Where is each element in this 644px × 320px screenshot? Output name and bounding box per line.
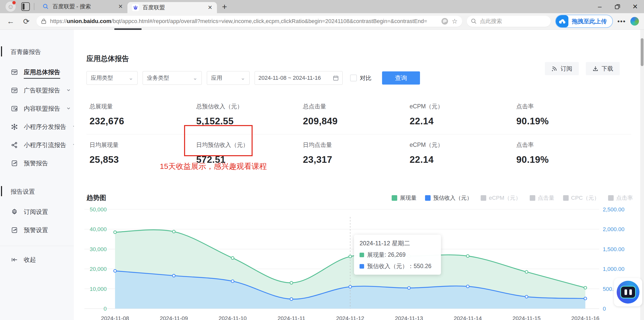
app-select[interactable]: 应用⌄: [207, 71, 250, 85]
browser-logo-icon[interactable]: [441, 18, 448, 25]
refresh-icon[interactable]: ⟳: [21, 17, 32, 26]
new-tab-button[interactable]: +: [222, 2, 227, 12]
trend-chart: 0010,000500.0020,0001,000.0030,0001,500.…: [81, 202, 625, 320]
minimize-button[interactable]: –: [591, 0, 609, 13]
more-menu-icon[interactable]: •••: [617, 17, 626, 25]
stat-label: eCPM（元）: [410, 103, 516, 110]
main-panel: 应用总体报告 应用类型⌄ 业务类型⌄ 应用⌄ 2024-11-08 ~ 2024…: [74, 30, 644, 320]
tooltip-swatch: [360, 264, 364, 269]
point-预估收入（元）[interactable]: [584, 297, 587, 300]
restore-button[interactable]: [609, 0, 626, 13]
point-预估收入（元）[interactable]: [467, 285, 469, 288]
netdisk-upload-button[interactable]: 拖拽至此上传: [555, 15, 613, 28]
stat-eCPM（元）: eCPM（元）22.14: [410, 134, 516, 165]
tab-close-icon[interactable]: ✕: [118, 3, 123, 10]
compare-checkbox[interactable]: [350, 75, 357, 81]
sidebar-item-预警设置[interactable]: 预警设置: [0, 221, 74, 239]
y-right-tick: 1,500.00: [603, 246, 625, 252]
stat-value: 22.14: [410, 154, 516, 165]
point-预估收入（元）[interactable]: [349, 285, 352, 288]
section-header-label: 百青藤报告: [11, 48, 41, 55]
stat-点击率: 点击率90.19%: [516, 96, 623, 127]
legend-item-CPC（元）[interactable]: CPC（元）: [563, 194, 599, 202]
point-预估收入（元）[interactable]: [172, 274, 175, 277]
tooltip-swatch: [360, 253, 364, 257]
sidebar-item-订阅设置[interactable]: 订阅设置: [0, 203, 74, 221]
tooltip-date: 2024-11-12 星期二: [360, 239, 435, 247]
y-left-tick: 10,000: [90, 286, 107, 292]
point-预估收入（元）[interactable]: [408, 287, 410, 289]
date-range-input[interactable]: 2024-11-08 ~ 2024-11-16: [255, 71, 343, 85]
legend-label: 点击率: [616, 194, 633, 202]
stats-row-2: 日均展现量25,853日均预估收入（元）572.51日均点击量23,317eCP…: [90, 134, 644, 165]
chevron-down-icon: ⌄: [241, 75, 245, 81]
point-展现量[interactable]: [290, 282, 293, 284]
sidebar-collapse-button[interactable]: 收起: [0, 251, 74, 269]
legend-item-eCPM（元）[interactable]: eCPM（元）: [481, 194, 521, 202]
query-button[interactable]: 查询: [382, 71, 420, 85]
point-预估收入（元）[interactable]: [114, 270, 117, 272]
browser-tab-1[interactable]: 百度联盟 - 搜索 ✕: [38, 0, 127, 13]
app-type-select[interactable]: 应用类型⌄: [86, 71, 138, 85]
stat-label: 点击率: [516, 103, 623, 110]
browser-tab-2[interactable]: du 百度联盟 ✕: [127, 2, 217, 13]
sidebar-item-预警报告[interactable]: 预警报告: [0, 154, 74, 172]
screen-recorder-widget[interactable]: [614, 278, 642, 306]
tab-close-icon[interactable]: ✕: [208, 4, 212, 11]
legend-item-点击率[interactable]: 点击率: [608, 194, 633, 202]
scrollbar-thumb[interactable]: [641, 38, 643, 66]
point-预估收入（元）[interactable]: [231, 280, 234, 283]
stat-点击率: 点击率90.19%: [516, 134, 623, 165]
profile-avatar[interactable]: ☺: [6, 2, 16, 12]
subscribe-button[interactable]: 订阅: [545, 62, 579, 75]
tab-strip: ☺ 百度联盟 - 搜索 ✕du 百度联盟 ✕ + – ✕: [0, 0, 644, 13]
sidebar-item-内容联盟报告[interactable]: 内容联盟报告: [0, 99, 74, 118]
point-展现量[interactable]: [525, 270, 528, 273]
baidu-favicon: du: [132, 4, 139, 11]
biz-type-select[interactable]: 业务类型⌄: [143, 71, 202, 85]
sidebar-item-小程序分发报告[interactable]: 小程序分发报告: [0, 118, 74, 136]
chart-header: 趋势图 展现量预估收入（元）eCPM（元）点击量CPC（元）点击率: [86, 193, 633, 202]
report-icon: [11, 68, 18, 76]
point-展现量[interactable]: [114, 231, 117, 234]
stat-eCPM（元）: eCPM（元）22.14: [410, 96, 516, 127]
sidebar-item-广告联盟报告[interactable]: 广告联盟报告: [0, 81, 74, 99]
stat-label: 点击率: [516, 141, 623, 149]
close-button[interactable]: ✕: [626, 0, 644, 13]
point-预估收入（元）[interactable]: [290, 298, 293, 301]
stat-value: 209,849: [303, 116, 410, 127]
search-placeholder: 点此搜索: [480, 17, 502, 25]
page-scrollbar[interactable]: [640, 30, 644, 320]
stats-row-1: 总展现量232,676总预估收入（元）5,152.55总点击量209,849eC…: [90, 96, 644, 127]
tooltip-text: 预估收入（元）：550.26: [367, 262, 431, 270]
sidebar-divider: [0, 246, 74, 246]
red-annotation-text: 15天收益展示，感兴趣观看课程: [160, 161, 267, 172]
collapse-icon: [11, 256, 18, 264]
point-展现量[interactable]: [467, 255, 469, 257]
pause-icon: [620, 286, 636, 298]
sidebar-item-小程序引流报告[interactable]: 小程序引流报告: [0, 136, 74, 154]
quick-search-box[interactable]: 点此搜索: [467, 16, 551, 27]
address-bar[interactable]: https://union.baidu.com/bqt/appco.html#/…: [36, 16, 462, 27]
back-icon[interactable]: ←: [5, 17, 16, 26]
download-button[interactable]: 下载: [586, 62, 620, 75]
legend-item-点击量[interactable]: 点击量: [530, 194, 554, 202]
share-icon: [11, 141, 18, 149]
upload-label: 拖拽至此上传: [572, 17, 607, 25]
copilot-icon[interactable]: [630, 17, 639, 26]
legend-item-展现量[interactable]: 展现量: [392, 194, 416, 202]
point-展现量[interactable]: [231, 257, 234, 259]
url-text[interactable]: https://union.baidu.com/bqt/appco.html#/…: [50, 18, 438, 25]
favorite-star-icon[interactable]: ☆: [452, 17, 457, 25]
biz-type-value: 业务类型: [147, 74, 169, 82]
svg-text:du: du: [135, 8, 137, 9]
sidebar-item-应用总体报告[interactable]: 应用总体报告: [0, 63, 74, 81]
browser-window: ☺ 百度联盟 - 搜索 ✕du 百度联盟 ✕ + – ✕ ← ⟳ https:/…: [0, 0, 644, 320]
legend-item-预估收入（元）[interactable]: 预估收入（元）: [425, 194, 472, 202]
point-展现量[interactable]: [584, 286, 587, 289]
workspaces-icon[interactable]: [21, 2, 30, 11]
point-展现量[interactable]: [172, 230, 175, 233]
url-path: /bqt/appco.html#/report/app/overall?metr…: [111, 18, 427, 24]
point-预估收入（元）[interactable]: [525, 295, 528, 298]
point-展现量[interactable]: [349, 255, 352, 258]
